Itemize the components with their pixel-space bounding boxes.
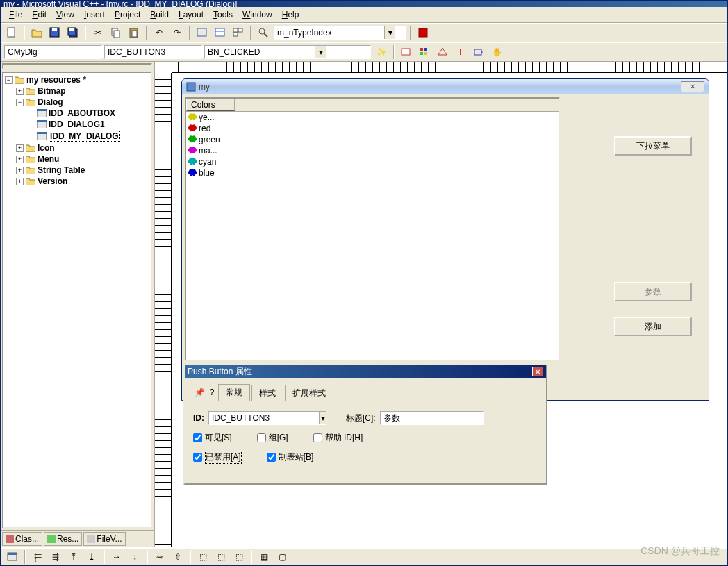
cut-icon[interactable]: ✂ xyxy=(90,25,106,40)
paste-icon[interactable] xyxy=(126,25,142,40)
add-button[interactable]: 添加 xyxy=(614,317,692,336)
redo-icon[interactable]: ↷ xyxy=(169,25,185,40)
help-icon[interactable]: ? xyxy=(206,385,218,400)
space-h-icon[interactable]: ⇿ xyxy=(152,549,167,565)
visible-checkbox[interactable]: 可见[S] xyxy=(193,432,232,444)
expand-icon[interactable]: + xyxy=(16,156,24,163)
tree-item[interactable]: +Icon xyxy=(5,142,149,153)
properties-titlebar[interactable]: Push Button 属性 ✕ xyxy=(185,365,546,378)
close-button[interactable]: ✕ xyxy=(681,81,704,92)
guides-icon[interactable]: ▢ xyxy=(274,549,290,565)
tabstop-checkbox[interactable]: 制表站[B] xyxy=(267,451,314,463)
resource-tree[interactable]: − my resources * +Bitmap−DialogIDD_ABOUT… xyxy=(2,72,152,528)
list-item[interactable]: green xyxy=(186,134,559,145)
same-height-icon[interactable]: ⬚ xyxy=(213,549,229,565)
list-item[interactable]: ma... xyxy=(186,145,559,156)
undo-icon[interactable]: ↶ xyxy=(151,25,167,40)
menu-file[interactable]: File xyxy=(5,8,26,21)
group-checkbox[interactable]: 组[G] xyxy=(257,432,288,444)
disabled-checkbox[interactable]: 已禁用[A] xyxy=(193,451,242,464)
menu-layout[interactable]: Layout xyxy=(174,8,208,21)
save-icon[interactable] xyxy=(47,25,63,40)
find-combo[interactable]: ▾ xyxy=(274,26,406,40)
id-field[interactable]: ▾ xyxy=(208,411,326,425)
find-input[interactable] xyxy=(274,26,384,39)
dropdown-icon[interactable]: ▾ xyxy=(319,412,326,424)
align-top-icon[interactable]: ⤒ xyxy=(66,549,81,565)
properties-dialog[interactable]: Push Button 属性 ✕ 📌 ? 常规 样式 扩展样式 ID: ▾ 标题… xyxy=(183,364,547,485)
test-dialog-icon[interactable] xyxy=(5,549,20,565)
pin-icon[interactable]: 📌 xyxy=(193,385,206,400)
execute-icon[interactable] xyxy=(415,25,431,40)
align-left-icon[interactable]: ⬱ xyxy=(30,549,45,565)
expand-icon[interactable]: + xyxy=(16,167,24,174)
center-h-icon[interactable]: ↔ xyxy=(109,549,124,565)
workspace-icon[interactable] xyxy=(195,25,210,40)
menu-edit[interactable]: Edit xyxy=(28,8,51,21)
list-item[interactable]: red xyxy=(186,123,559,134)
dialog-titlebar[interactable]: my ✕ xyxy=(182,79,709,94)
menu-insert[interactable]: Insert xyxy=(80,8,109,21)
menu-project[interactable]: Project xyxy=(110,8,144,21)
tree-item[interactable]: IDD_MY_DIALOG xyxy=(5,130,149,142)
menu-build[interactable]: Build xyxy=(146,8,173,21)
center-v-icon[interactable]: ↕ xyxy=(127,549,142,565)
id-combo[interactable]: ▾ xyxy=(104,45,201,59)
collapse-icon[interactable]: − xyxy=(16,99,24,106)
dropdown-icon[interactable]: ▾ xyxy=(315,46,326,58)
tree-item[interactable]: IDD_ABOUTBOX xyxy=(5,108,149,119)
menu-view[interactable]: View xyxy=(52,8,78,21)
grid-icon[interactable]: ▦ xyxy=(256,549,272,565)
menu-help[interactable]: Help xyxy=(278,8,304,21)
find-in-files-icon[interactable] xyxy=(256,25,271,40)
caption-field[interactable] xyxy=(380,411,484,425)
goto-icon[interactable] xyxy=(399,44,414,60)
msg-input[interactable] xyxy=(205,46,315,58)
id-input[interactable] xyxy=(105,46,215,58)
copy-icon[interactable] xyxy=(108,25,124,40)
list-column-colors[interactable]: Colors xyxy=(186,99,235,111)
class-combo[interactable]: ▾ xyxy=(4,45,101,59)
tab-resourceview[interactable]: Res... xyxy=(44,532,82,546)
tree-item[interactable]: +String Table xyxy=(5,165,149,176)
tool2-icon[interactable] xyxy=(435,44,450,60)
list-item[interactable]: ye... xyxy=(186,112,559,123)
list-item[interactable]: cyan xyxy=(186,156,559,167)
tree-item[interactable]: −Dialog xyxy=(5,97,149,108)
align-bottom-icon[interactable]: ⤓ xyxy=(84,549,99,565)
list-item[interactable]: blue xyxy=(186,167,559,178)
tab-general[interactable]: 常规 xyxy=(218,384,250,401)
wand-icon[interactable]: ✨ xyxy=(374,44,389,60)
msg-combo[interactable]: ▾ xyxy=(204,45,371,59)
expand-icon[interactable]: + xyxy=(16,88,24,95)
design-dialog[interactable]: my ✕ Colors ye...redgreenma...cyanblue 下… xyxy=(181,78,709,401)
tab-extstyles[interactable]: 扩展样式 xyxy=(285,385,333,401)
hand-icon[interactable]: ✋ xyxy=(489,44,504,60)
space-v-icon[interactable]: ⇳ xyxy=(170,549,185,565)
tree-item[interactable]: +Menu xyxy=(5,153,149,165)
expand-icon[interactable]: + xyxy=(16,178,24,185)
panel-gripper[interactable] xyxy=(2,63,152,69)
save-all-icon[interactable] xyxy=(65,25,81,40)
menu-tools[interactable]: Tools xyxy=(209,8,237,21)
dropdown-menu-button[interactable]: 下拉菜单 xyxy=(614,136,692,156)
window-list-icon[interactable] xyxy=(231,25,246,40)
output-icon[interactable] xyxy=(213,25,228,40)
close-icon[interactable]: ✕ xyxy=(532,367,543,376)
exclamation-icon[interactable]: ! xyxy=(453,44,468,60)
align-right-icon[interactable]: ⇶ xyxy=(48,549,63,565)
new-file-icon[interactable] xyxy=(4,25,19,40)
colors-list[interactable]: Colors ye...redgreenma...cyanblue xyxy=(185,97,560,361)
helpid-checkbox[interactable]: 帮助 ID[H] xyxy=(313,432,363,444)
tree-item[interactable]: +Bitmap xyxy=(5,85,149,97)
param-button[interactable]: 参数 xyxy=(614,282,692,301)
id-input[interactable] xyxy=(209,412,319,424)
same-width-icon[interactable]: ⬚ xyxy=(195,549,210,565)
dropdown-icon[interactable]: ▾ xyxy=(384,26,395,39)
expand-icon[interactable]: + xyxy=(16,144,24,152)
same-size-icon[interactable]: ⬚ xyxy=(231,549,247,565)
tree-item[interactable]: +Version xyxy=(5,176,149,187)
tool1-icon[interactable] xyxy=(417,44,432,60)
menu-window[interactable]: Window xyxy=(238,8,276,21)
tab-styles[interactable]: 样式 xyxy=(251,385,283,401)
